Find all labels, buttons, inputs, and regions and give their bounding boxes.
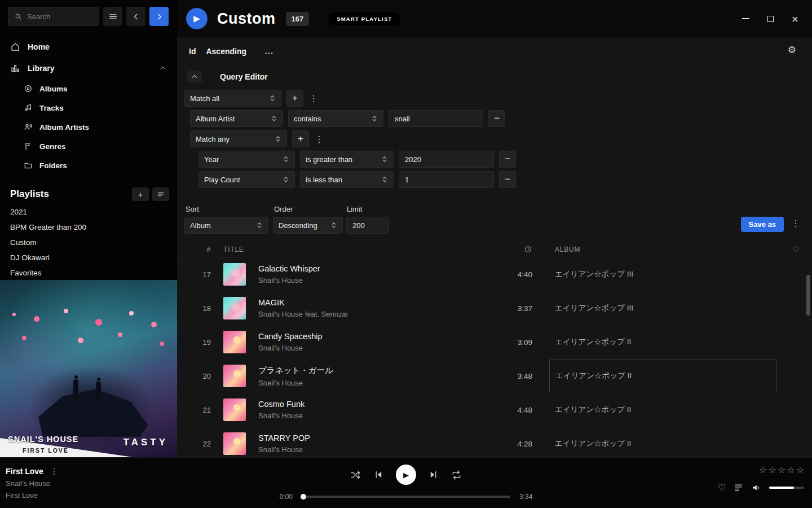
duration-column-header[interactable] [496,245,536,253]
add-playlist-button[interactable]: + [132,187,149,201]
collapse-library-icon[interactable] [159,64,167,72]
remove-group-rule-button[interactable]: − [499,151,516,168]
add-rule-button[interactable]: + [286,90,303,107]
volume-icon[interactable] [751,483,761,493]
group-rule-value-input[interactable] [399,151,494,168]
play-pause-button[interactable]: ▶ [396,465,416,485]
favorite-heart-icon[interactable]: ♡ [718,482,726,493]
elapsed-time: 0:00 [280,493,293,501]
limit-input[interactable] [346,217,389,234]
sort-by-select[interactable]: Album [184,217,268,234]
star-icon[interactable]: ☆ [778,465,785,475]
track-row[interactable]: 21 Cosmo Funk Snail's House 4:48 エイリアン☆ポ… [177,393,812,427]
shuffle-button[interactable] [350,470,361,480]
playlist-item-custom[interactable]: Custom [0,235,177,250]
playlist-options-button[interactable] [152,187,169,201]
sort-toolbar: Id Ascending … ⚙ [189,44,801,59]
more-options-icon[interactable]: … [264,46,274,56]
track-album[interactable]: エイリアン☆ポップ III [555,269,780,279]
group-match-select[interactable]: Match any [190,130,287,147]
track-artist: Snail's House [258,344,496,352]
track-album[interactable]: エイリアン☆ポップ III [555,303,780,313]
sidebar-item-albums[interactable]: Albums [0,79,177,98]
rule-value-input[interactable] [389,110,483,127]
star-icon[interactable]: ☆ [769,465,776,475]
playlist-item-bpm[interactable]: BPM Greater than 200 [0,220,177,235]
root-match-select[interactable]: Match all [184,90,281,107]
seek-knob[interactable] [301,494,306,500]
scrollbar-thumb[interactable] [806,275,810,316]
favorite-column-header[interactable]: ♡ [780,245,812,254]
close-button[interactable]: × [783,6,807,31]
sort-order-button[interactable]: Ascending [206,47,246,56]
sidebar-item-tracks[interactable]: Tracks [0,98,177,117]
group-menu-icon[interactable]: ⋮ [314,134,324,144]
chevron-left-icon [131,12,141,21]
star-icon[interactable]: ☆ [759,465,767,475]
play-playlist-button[interactable]: ▶ [186,8,208,29]
star-icon[interactable]: ☆ [787,465,795,475]
search-box[interactable] [8,7,99,26]
sort-field-button[interactable]: Id [189,47,196,56]
sidebar-item-album-artists[interactable]: Album Artists [0,117,177,137]
track-row[interactable]: 19 Candy Spaceship Snail's House 3:09 エイ… [177,325,812,359]
maximize-button[interactable] [758,6,783,31]
sidebar-item-home[interactable]: Home [0,36,177,58]
track-row[interactable]: 18 MAGIK Snail's House feat. Sennzai 3:3… [177,291,812,325]
seek-bar[interactable] [302,496,510,498]
nav-forward-button[interactable] [149,7,169,26]
save-as-button[interactable]: Save as [741,217,784,232]
group-rule-field-select[interactable]: Year [198,151,295,168]
volume-slider[interactable] [769,487,804,489]
album-artists-label: Album Artists [39,123,89,132]
settings-gear-icon[interactable]: ⚙ [788,44,796,56]
track-number: 18 [177,304,211,313]
playlist-item-2021[interactable]: 2021 [0,204,177,220]
track-album-focused[interactable]: エイリアン☆ポップ II [549,360,777,392]
remove-group-rule2-button[interactable]: − [499,171,516,188]
album-column-header[interactable]: ALBUM [555,246,780,253]
query-editor-collapse-button[interactable] [187,71,202,83]
next-button[interactable] [429,470,439,480]
rule-field-select[interactable]: Album Artist [190,110,283,127]
repeat-button[interactable] [451,470,462,480]
menu-button[interactable] [103,7,122,26]
track-row[interactable]: 22 STARRY POP Snail's House 4:28 エイリアン☆ポ… [177,427,812,457]
add-group-rule-button[interactable]: + [292,130,309,147]
save-menu-icon[interactable]: ⋮ [791,218,801,229]
group-rule-operator-select[interactable]: is greater than [300,151,394,168]
previous-button[interactable] [373,470,383,480]
queue-icon[interactable] [734,483,743,492]
sidebar-item-library[interactable]: Library [0,58,177,79]
order-select[interactable]: Descending [273,217,343,234]
playlist-item-favorites[interactable]: Favorites [0,265,177,281]
select-updown-icon [381,155,388,163]
track-album[interactable]: エイリアン☆ポップ II [555,405,780,415]
group-rule2-operator-select[interactable]: is less than [300,171,394,188]
minimize-button[interactable] [733,6,758,31]
group-rule2-field-select[interactable]: Play Count [198,171,295,188]
playlist-item-dj-okawari[interactable]: DJ Okawari [0,250,177,265]
window-controls: × [733,0,807,37]
track-row[interactable]: 20 プラネット・ガール Snail's House 3:48 エイリアン☆ポッ… [177,359,812,393]
main-panel: ▶ Custom 167 SMART PLAYLIST × Id Ascendi… [177,0,812,457]
group-rule2-value-input[interactable] [399,171,494,188]
artwork-figure [96,382,101,398]
search-input[interactable] [27,12,93,21]
sidebar-item-folders[interactable]: Folders [0,156,177,175]
remove-rule-button[interactable]: − [488,110,505,127]
track-album[interactable]: エイリアン☆ポップ II [555,439,780,449]
rule-operator-select[interactable]: contains [288,110,383,127]
track-row[interactable]: 17 Galactic Whisper Snail's House 4:40 エ… [177,257,812,291]
rule-group-menu-icon[interactable]: ⋮ [308,93,319,104]
nav-back-button[interactable] [126,7,145,26]
lantern-lights [12,313,16,316]
track-album[interactable]: エイリアン☆ポップ II [555,337,780,347]
number-column-header[interactable]: # [177,246,211,253]
artwork-artist: SNAIL'S HOUSE [8,435,78,444]
sidebar-item-genres[interactable]: Genres [0,137,177,156]
track-number: 17 [177,270,211,279]
star-icon[interactable]: ☆ [796,465,804,475]
sidebar: Home Library Albums Tracks Album Artists [0,0,177,457]
title-column-header[interactable]: TITLE [223,246,496,253]
